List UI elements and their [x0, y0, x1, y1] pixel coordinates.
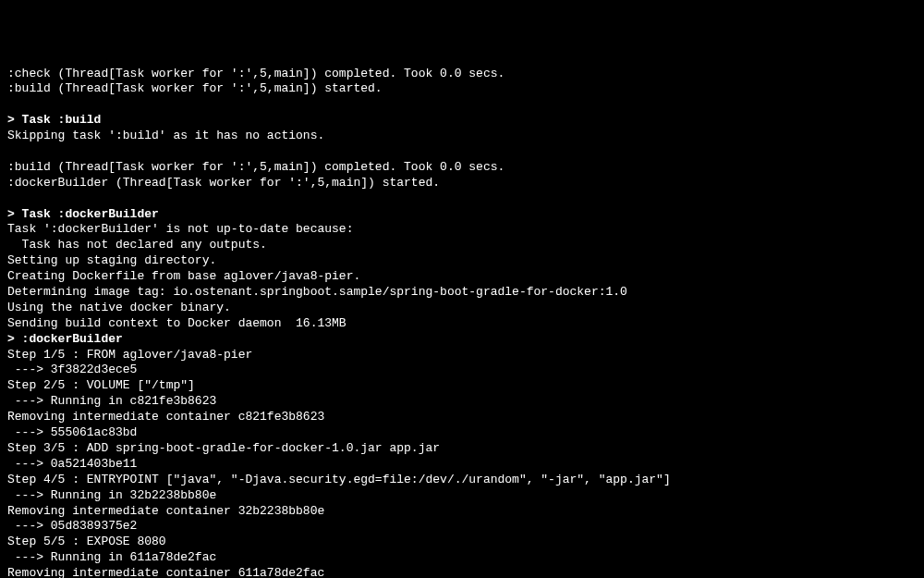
terminal-line: Step 2/5 : VOLUME ["/tmp"]	[7, 378, 917, 394]
terminal-line: Skipping task ':build' as it has no acti…	[7, 129, 917, 144]
terminal-output: :check (Thread[Task worker for ':',5,mai…	[7, 67, 917, 578]
terminal-line	[7, 144, 917, 160]
terminal-line: > Task :build	[7, 113, 917, 129]
terminal-line: :check (Thread[Task worker for ':',5,mai…	[7, 67, 917, 82]
terminal-line: Step 1/5 : FROM aglover/java8-pier	[7, 348, 917, 363]
terminal-line: ---> 555061ac83bd	[7, 425, 917, 441]
terminal-line: ---> 05d8389375e2	[7, 519, 917, 535]
terminal-line: :dockerBuilder (Thread[Task worker for '…	[7, 176, 917, 191]
terminal-line: Removing intermediate container 611a78de…	[7, 566, 917, 578]
terminal-line: > :dockerBuilder	[7, 332, 917, 348]
terminal-line: ---> Running in 611a78de2fac	[7, 550, 917, 566]
terminal-line: :build (Thread[Task worker for ':',5,mai…	[7, 81, 917, 97]
terminal-line: Using the native docker binary.	[7, 301, 917, 316]
terminal-line: Removing intermediate container c821fe3b…	[7, 410, 917, 425]
terminal-line: > Task :dockerBuilder	[7, 207, 917, 223]
terminal-line: Sending build context to Docker daemon 1…	[7, 316, 917, 332]
terminal-line: Determining image tag: io.ostenant.sprin…	[7, 285, 917, 301]
terminal-line	[7, 191, 917, 207]
terminal-line: :build (Thread[Task worker for ':',5,mai…	[7, 160, 917, 176]
terminal-line: Setting up staging directory.	[7, 253, 917, 269]
terminal-line	[7, 97, 917, 113]
terminal-line: Step 4/5 : ENTRYPOINT ["java", "-Djava.s…	[7, 473, 917, 488]
terminal-line: ---> Running in 32b2238bb80e	[7, 488, 917, 504]
terminal-line: Removing intermediate container 32b2238b…	[7, 504, 917, 520]
terminal-line: Step 5/5 : EXPOSE 8080	[7, 535, 917, 550]
terminal-line: ---> 0a521403be11	[7, 457, 917, 473]
terminal-line: Step 3/5 : ADD spring-boot-gradle-for-do…	[7, 441, 917, 457]
terminal-line: Task has not declared any outputs.	[7, 238, 917, 253]
terminal-line: Creating Dockerfile from base aglover/ja…	[7, 269, 917, 285]
terminal-line: Task ':dockerBuilder' is not up-to-date …	[7, 222, 917, 238]
terminal-line: ---> 3f3822d3ece5	[7, 363, 917, 378]
terminal-line: ---> Running in c821fe3b8623	[7, 394, 917, 410]
